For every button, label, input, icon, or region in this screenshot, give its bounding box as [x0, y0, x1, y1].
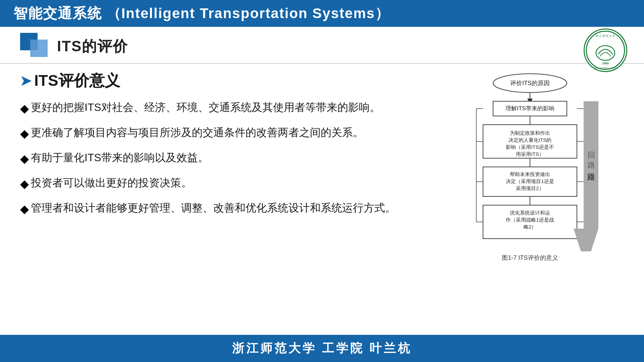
page-header: 智能交通系统 （Intelligent Transportation Syste…	[0, 0, 644, 27]
logo-svg: 1956 浙 江 师 范 大 学 ZHEJIANG NORMAL UNIVERS…	[585, 30, 626, 70]
svg-text:浙 江 师 范 大 学: 浙 江 师 范 大 学	[596, 35, 615, 38]
svg-text:图1-7  ITS评价的意义: 图1-7 ITS评价的意义	[502, 254, 558, 261]
main-heading: ITS评价意义	[20, 70, 423, 91]
bullet-text-5: 管理者和设计者能够更好管理、调整、改善和优化系统设计和系统运行方式。	[31, 200, 423, 216]
diagram-svg: 评价ITS的原因 理解ITS带来的影响 为制定政策和作出 决定的人量化ITS的 …	[443, 70, 617, 265]
content-area: ITS评价意义 ◆ 更好的把握ITS对社会、经济、环境、交通系统及其使用者等带来…	[0, 67, 644, 335]
page-footer: 浙江师范大学 工学院 叶兰杭	[0, 335, 644, 362]
bullet-item-4: ◆ 投资者可以做出更好的投资决策。	[20, 175, 423, 192]
left-text-content: ITS评价意义 ◆ 更好的把握ITS对社会、经济、环境、交通系统及其使用者等带来…	[20, 70, 436, 335]
bullet-text-3: 有助于量化ITS带来的影响以及效益。	[31, 149, 423, 166]
bullet-diamond-1: ◆	[20, 100, 29, 117]
svg-text:决定的人量化ITS的: 决定的人量化ITS的	[508, 137, 551, 143]
footer-text: 浙江师范大学 工学院 叶兰杭	[232, 341, 412, 355]
bullet-diamond-3: ◆	[20, 150, 29, 167]
decorative-squares	[20, 33, 50, 60]
svg-marker-27	[574, 229, 598, 251]
bullet-item-5: ◆ 管理者和设计者能够更好管理、调整、改善和优化系统设计和系统运行方式。	[20, 200, 423, 218]
svg-text:影响（采用ITS还是不: 影响（采用ITS还是不	[506, 144, 554, 150]
svg-text:帮助未来投资做出: 帮助未来投资做出	[510, 171, 550, 177]
svg-text:ZHEJIANG NORMAL UNIVERSITY: ZHEJIANG NORMAL UNIVERSITY	[590, 67, 621, 69]
bullet-item-2: ◆ 更准确了解项目内容与项目所涉及的交通条件的改善两者之间的关系。	[20, 124, 423, 142]
bullet-diamond-5: ◆	[20, 200, 29, 218]
main-heading-text: ITS评价意义	[34, 70, 120, 91]
svg-text:采用项目2）: 采用项目2）	[516, 185, 544, 191]
svg-text:作（采用战略1还是战: 作（采用战略1还是战	[505, 217, 554, 223]
svg-text:用采用ITS）: 用采用ITS）	[516, 151, 544, 157]
university-logo: 1956 浙 江 师 范 大 学 ZHEJIANG NORMAL UNIVERS…	[584, 28, 627, 72]
svg-text:1956: 1956	[602, 62, 609, 65]
main-content: ITS的评价 1956 浙 江 师 范 大 学	[0, 27, 644, 335]
section-title: ITS的评价	[57, 37, 128, 56]
bullet-text-1: 更好的把握ITS对社会、经济、环境、交通系统及其使用者等带来的影响。	[31, 99, 423, 115]
svg-text:路: 路	[588, 161, 595, 169]
svg-text:回: 回	[588, 151, 595, 159]
bullet-text-2: 更准确了解项目内容与项目所涉及的交通条件的改善两者之间的关系。	[31, 124, 423, 140]
right-diagram: 评价ITS的原因 理解ITS带来的影响 为制定政策和作出 决定的人量化ITS的 …	[436, 70, 624, 335]
bullet-diamond-2: ◆	[20, 125, 29, 142]
section-header: ITS的评价 1956 浙 江 师 范 大 学	[0, 27, 644, 64]
svg-text:评价ITS的原因: 评价ITS的原因	[510, 80, 550, 86]
header-title: 智能交通系统 （Intelligent Transportation Syste…	[13, 5, 390, 21]
bullet-diamond-4: ◆	[20, 175, 29, 192]
svg-text:理解ITS带来的影响: 理解ITS带来的影响	[505, 105, 554, 112]
logo-circle: 1956 浙 江 师 范 大 学 ZHEJIANG NORMAL UNIVERS…	[584, 28, 627, 72]
svg-text:决定（采用项目1还是: 决定（采用项目1还是	[506, 178, 554, 184]
svg-text:略2）: 略2）	[524, 224, 536, 230]
bullet-item-3: ◆ 有助于量化ITS带来的影响以及效益。	[20, 149, 423, 167]
bullet-text-4: 投资者可以做出更好的投资决策。	[31, 175, 423, 191]
svg-text:优化系统设计和运: 优化系统设计和运	[510, 210, 550, 216]
bullet-item-1: ◆ 更好的把握ITS对社会、经济、环境、交通系统及其使用者等带来的影响。	[20, 99, 423, 117]
svg-text:为制定政策和作出: 为制定政策和作出	[510, 130, 550, 136]
